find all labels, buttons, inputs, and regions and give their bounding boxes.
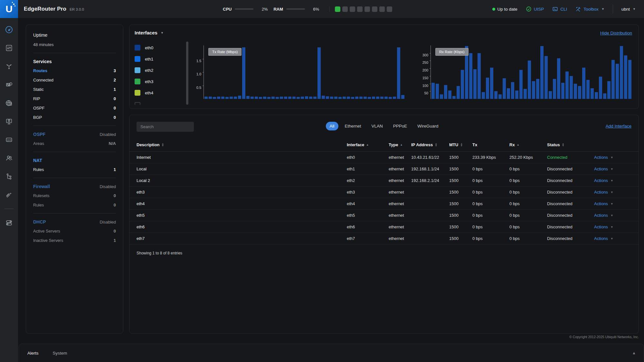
legend-item-eth0[interactable]: eth0 (135, 45, 153, 51)
chart-bar[interactable] (246, 96, 250, 99)
chart-bar[interactable] (225, 97, 229, 99)
legend-item-eth1[interactable]: eth1 (135, 56, 153, 62)
legend-item-eth2[interactable]: eth2 (135, 67, 153, 73)
section-title[interactable]: NAT (33, 158, 42, 163)
sidebar-item-services[interactable] (5, 99, 14, 108)
summary-row-label[interactable]: Routes (33, 68, 47, 73)
chart-bar[interactable] (620, 46, 623, 99)
chart-bar[interactable] (259, 97, 262, 99)
actions-dropdown[interactable]: Actions▼ (594, 178, 631, 183)
chart-bar[interactable] (213, 97, 216, 99)
chart-bar[interactable] (355, 97, 358, 99)
chart-bar[interactable] (436, 84, 439, 99)
legend-scrollbar[interactable] (186, 42, 188, 105)
chart-bar[interactable] (586, 80, 590, 99)
chart-bar[interactable] (448, 90, 451, 99)
chart-bar[interactable] (599, 77, 602, 99)
hide-distribution-link[interactable]: Hide Distribution (600, 31, 632, 35)
sidebar-item-dashboard[interactable] (5, 25, 14, 34)
chart-bar[interactable] (297, 97, 300, 99)
chevron-down-icon[interactable]: ▼ (161, 31, 164, 34)
chart-bar[interactable] (603, 93, 606, 99)
chart-bar[interactable] (478, 53, 481, 99)
chart-bar[interactable] (251, 97, 254, 99)
actions-dropdown[interactable]: Actions▼ (594, 190, 631, 195)
chart-bar[interactable] (444, 85, 447, 99)
chart-bar[interactable] (397, 47, 400, 99)
chart-bar[interactable] (607, 81, 611, 99)
chart-bar[interactable] (364, 97, 367, 99)
user-menu[interactable]: ubnt ▼ (621, 7, 636, 12)
chart-bar[interactable] (305, 96, 308, 99)
section-title[interactable]: DHCP (33, 219, 46, 224)
chart-bar[interactable] (351, 97, 354, 99)
ubiquiti-logo[interactable]: U (0, 0, 18, 18)
chart-bar[interactable] (292, 97, 296, 99)
tab-vlan[interactable]: VLAN (367, 122, 386, 130)
chart-bar[interactable] (532, 81, 535, 99)
chart-bar[interactable] (238, 96, 241, 99)
toolbox-dropdown[interactable]: Toolbox ▼ (575, 6, 604, 12)
chart-bar[interactable] (280, 97, 283, 99)
sidebar-item-firewall[interactable] (5, 80, 14, 89)
chart-bar[interactable] (372, 97, 375, 99)
cli-button[interactable]: CLI (552, 6, 567, 12)
chart-bar[interactable] (591, 88, 594, 99)
chart-bar[interactable] (368, 97, 371, 99)
actions-dropdown[interactable]: Actions▼ (594, 201, 631, 206)
column-header-interface[interactable]: Interface▲ (347, 142, 389, 147)
chart-bar[interactable] (570, 76, 573, 99)
search-input[interactable] (137, 122, 194, 132)
section-title[interactable]: Firewall (33, 184, 50, 189)
chart-bar[interactable] (401, 95, 404, 99)
legend-item-eth3[interactable]: eth3 (135, 79, 153, 84)
chart-bar[interactable] (271, 97, 275, 99)
chart-bar[interactable] (284, 97, 287, 99)
column-header-rx[interactable]: Rx▲ (509, 142, 547, 147)
chart-bar[interactable] (582, 68, 585, 99)
chart-bar[interactable] (234, 97, 237, 99)
sidebar-item-users[interactable] (5, 154, 14, 163)
tab-wireguard[interactable]: WireGuard (413, 122, 442, 130)
chart-bar[interactable] (574, 84, 577, 99)
chart-bar[interactable] (503, 78, 506, 99)
chart-bar[interactable] (276, 97, 279, 99)
uisp-button[interactable]: UISP (526, 6, 544, 12)
sidebar-item-routing[interactable] (5, 62, 14, 71)
add-interface-link[interactable]: Add Interface (606, 124, 631, 129)
column-header-description[interactable]: Description▲▼ (137, 142, 347, 147)
column-header-mtu[interactable]: MTU▲▼ (449, 142, 472, 147)
sidebar-item-wizard[interactable] (5, 190, 14, 199)
chart-bar[interactable] (519, 70, 523, 99)
chart-bar[interactable] (209, 97, 212, 99)
chart-bar[interactable] (469, 53, 472, 99)
chart-bar[interactable] (317, 47, 321, 99)
chart-bar[interactable] (309, 97, 312, 99)
chart-bar[interactable] (628, 60, 631, 99)
actions-dropdown[interactable]: Actions▼ (594, 236, 631, 241)
chart-bar[interactable] (330, 97, 333, 99)
column-header-status[interactable]: Status▲▼ (547, 142, 594, 147)
chart-bar[interactable] (494, 91, 497, 99)
chart-bar[interactable] (322, 96, 325, 99)
actions-dropdown[interactable]: Actions▼ (594, 155, 631, 160)
legend-item-eth4[interactable]: eth4 (135, 90, 153, 96)
chart-bar[interactable] (461, 70, 464, 99)
chart-bar[interactable] (490, 68, 493, 99)
chart-bar[interactable] (389, 97, 392, 99)
chart-bar[interactable] (616, 64, 619, 99)
chart-bar[interactable] (578, 86, 581, 99)
chart-bar[interactable] (624, 55, 627, 99)
chart-bar[interactable] (561, 83, 564, 99)
chart-bar[interactable] (557, 58, 560, 99)
chart-bar[interactable] (326, 96, 329, 99)
chart-bar[interactable] (511, 82, 514, 99)
chart-bar[interactable] (498, 94, 502, 99)
chart-bar[interactable] (263, 97, 266, 99)
chart-bar[interactable] (338, 97, 342, 99)
chart-bar[interactable] (267, 97, 270, 99)
sidebar-item-qos[interactable]: QoS (5, 135, 14, 144)
chart-bar[interactable] (376, 97, 379, 99)
chart-bar[interactable] (221, 97, 224, 99)
tab-all[interactable]: All (326, 122, 338, 130)
